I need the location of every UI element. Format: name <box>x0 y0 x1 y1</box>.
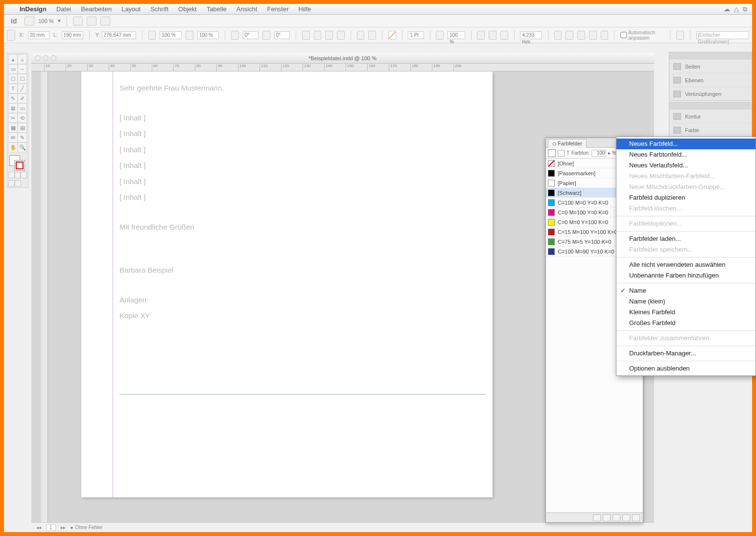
rectangle-frame-tool[interactable]: ⊠ <box>8 103 18 113</box>
fit-frame-button[interactable] <box>566 31 573 40</box>
rotate-field[interactable]: 0° <box>243 31 259 39</box>
gradient-feather-tool[interactable]: ▤ <box>18 123 27 133</box>
tint-field[interactable]: 100 <box>591 150 606 157</box>
normal-mode-button[interactable] <box>8 180 15 186</box>
note-tool[interactable]: ✉ <box>8 133 18 142</box>
fill-prop-button[interactable] <box>589 31 597 40</box>
wrap-shape-button[interactable] <box>500 31 508 40</box>
menu-item[interactable]: Name <box>616 285 756 296</box>
menu-datei[interactable]: Datei <box>51 5 76 13</box>
preflight-status[interactable]: Ohne Fehler <box>71 525 103 530</box>
x-field[interactable]: 20 mm <box>28 31 50 39</box>
stroke-weight-field[interactable]: 1 Pt <box>408 31 424 39</box>
show-gradient-swatches-button[interactable] <box>613 514 620 521</box>
fill-swatch[interactable] <box>388 31 396 40</box>
w-field[interactable]: 190 mm <box>62 31 84 39</box>
scale-y-field[interactable]: 100 % <box>197 31 219 39</box>
scissors-tool[interactable]: ✂ <box>8 113 18 123</box>
menu-tabelle[interactable]: Tabelle <box>202 5 232 13</box>
center-content-button[interactable] <box>601 31 609 40</box>
wrap-none-button[interactable] <box>477 31 485 40</box>
line-tool[interactable]: ╱ <box>18 84 27 93</box>
menu-item[interactable]: Neues Farbtonfeld... <box>616 149 756 160</box>
menu-item[interactable]: Neues Farbfeld... <box>616 139 756 149</box>
effects-button[interactable] <box>436 31 444 40</box>
fit-content-button[interactable] <box>554 31 562 40</box>
bridge-button[interactable] <box>24 17 34 25</box>
apply-color-button[interactable] <box>8 172 15 178</box>
pen-tool[interactable]: ✎ <box>8 93 18 103</box>
rectangle-tool[interactable]: ▭ <box>18 103 27 113</box>
menu-item[interactable]: Name (klein) <box>616 296 756 307</box>
menu-ansicht[interactable]: Ansicht <box>232 5 262 13</box>
text-format-icon[interactable]: T <box>567 150 569 156</box>
shear-field[interactable]: 0° <box>274 31 290 39</box>
panel-seiten[interactable]: Seiten <box>669 59 752 73</box>
content-select-button[interactable] <box>368 31 376 40</box>
pencil-tool[interactable]: ✐ <box>18 93 27 103</box>
window-zoom-button[interactable] <box>51 55 56 61</box>
menu-item[interactable]: Unbenannte Farben hinzufügen <box>616 270 756 281</box>
apply-none-button[interactable] <box>21 172 27 178</box>
y-field[interactable]: 276,647 mm <box>102 31 136 39</box>
object-style-field[interactable]: [Einfacher Grafikrahmen] <box>696 31 750 39</box>
swatches-tab[interactable]: ◇ Farbfelder <box>548 139 587 148</box>
corner-options-button[interactable] <box>676 31 684 40</box>
tray-dropbox-icon[interactable]: ⧉ <box>743 5 747 13</box>
content-collector-tool[interactable]: ☐ <box>8 74 18 84</box>
horizontal-ruler[interactable]: 1020304050607080901001101201301401501601… <box>31 64 654 71</box>
zoom-tool[interactable]: 🔍 <box>18 142 27 152</box>
fit-prop-button[interactable] <box>577 31 585 40</box>
fill-stroke-swap[interactable] <box>8 154 27 171</box>
zoom-field[interactable]: 100 % <box>38 18 53 24</box>
content-placer-tool[interactable]: ☐ <box>18 74 27 84</box>
menu-fenster[interactable]: Fenster <box>262 5 293 13</box>
menu-schrift[interactable]: Schrift <box>145 5 173 13</box>
preview-mode-button[interactable] <box>15 180 21 186</box>
fill-stroke-toggle[interactable] <box>548 149 556 157</box>
show-color-swatches-button[interactable] <box>603 514 611 521</box>
window-close-button[interactable] <box>35 55 41 61</box>
menu-item[interactable]: Optionen ausblenden <box>616 363 756 374</box>
page[interactable]: Sehr geehrte Frau Mustermann, [ Inhalt ]… <box>81 71 493 497</box>
panel-kontur[interactable]: Kontur <box>669 109 752 123</box>
gradient-swatch-tool[interactable]: ▦ <box>8 123 18 133</box>
selection-tool[interactable]: ▴ <box>8 54 18 64</box>
tray-sync-icon[interactable]: △ <box>734 5 739 13</box>
menu-item[interactable]: Farbfelder laden... <box>616 233 756 244</box>
panel-farbe[interactable]: Farbe <box>669 123 752 137</box>
text-frame[interactable]: Sehr geehrte Frau Mustermann, [ Inhalt ]… <box>119 81 486 395</box>
rotate-cw-button[interactable] <box>302 31 310 40</box>
menu-bearbeiten[interactable]: Bearbeiten <box>76 5 117 13</box>
view-options-button[interactable] <box>73 17 83 25</box>
hand-tool[interactable]: ✋ <box>8 142 18 152</box>
delete-swatch-button[interactable] <box>632 514 640 521</box>
transform-tool[interactable]: ⟲ <box>18 113 27 123</box>
gap-tool[interactable]: ↔ <box>18 64 27 74</box>
panel-ebenen[interactable]: Ebenen <box>669 73 752 87</box>
wrap-bbox-button[interactable] <box>489 31 496 40</box>
vertical-ruler[interactable] <box>41 71 48 522</box>
new-swatch-button[interactable] <box>622 514 630 521</box>
menu-hilfe[interactable]: Hilfe <box>294 5 316 13</box>
rotate-ccw-button[interactable] <box>314 31 322 40</box>
object-format-icon[interactable] <box>558 150 565 157</box>
ref-point-widget[interactable] <box>7 30 15 41</box>
menu-item[interactable]: Kleines Farbfeld <box>616 307 756 318</box>
type-tool[interactable]: T <box>8 84 18 93</box>
arrange-button[interactable] <box>100 17 110 25</box>
opacity-field[interactable]: 100 % <box>448 31 465 39</box>
tray-cloud-icon[interactable]: ☁ <box>724 5 730 13</box>
menu-item[interactable]: Alle nicht verwendeten auswählen <box>616 259 756 270</box>
auto-fit-checkbox[interactable]: Automatisch anpassen <box>620 30 664 41</box>
screen-mode-button[interactable] <box>87 17 96 25</box>
menu-objekt[interactable]: Objekt <box>173 5 202 13</box>
page-tool[interactable]: ▭ <box>8 64 18 74</box>
menu-item[interactable]: Großes Farbfeld <box>616 318 756 328</box>
scale-x-field[interactable]: 100 % <box>160 31 182 39</box>
menu-item[interactable]: Druckfarben-Manager... <box>616 348 756 359</box>
container-select-button[interactable] <box>357 31 365 40</box>
apply-gradient-button[interactable] <box>15 172 21 178</box>
menu-item[interactable]: Neues Verlaufsfeld... <box>616 160 756 171</box>
menu-item[interactable]: Farbfeld duplizieren <box>616 192 756 203</box>
